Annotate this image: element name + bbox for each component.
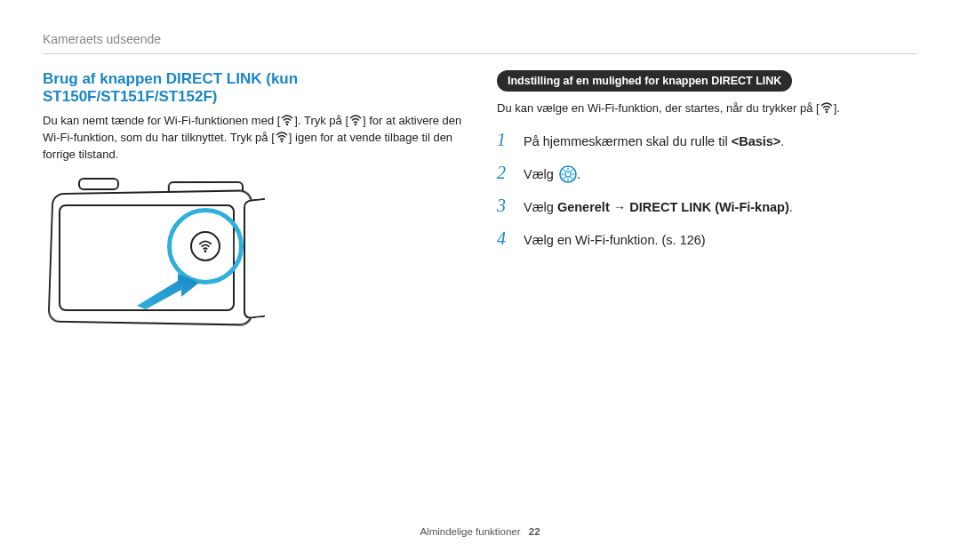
svg-point-0 (286, 124, 288, 125)
step-number: 1 (497, 130, 511, 150)
direct-link-button (190, 231, 220, 261)
wifi-icon (820, 100, 834, 115)
camera-grip (244, 197, 265, 319)
step-number: 3 (497, 196, 511, 216)
wifi-icon (275, 130, 289, 144)
text-segment: Du kan vælge en Wi-Fi-funktion, der star… (497, 101, 820, 115)
camera-shutter (78, 178, 119, 190)
step-text: På hjemmeskærmen skal du rulle til <Basi… (524, 134, 917, 148)
text-segment: ]. Tryk på [ (294, 114, 348, 127)
step-list: 1 På hjemmeskærmen skal du rulle til <Ba… (497, 130, 917, 249)
step-3: 3 Vælg Generelt → DIRECT LINK (Wi-Fi-kna… (497, 196, 917, 216)
step-number: 2 (497, 163, 511, 183)
left-column: Brug af knappen DIRECT LINK (kun ST150F/… (43, 70, 463, 345)
text-segment: . (780, 134, 784, 148)
svg-point-1 (355, 124, 356, 125)
footer-label: Almindelige funktioner (420, 526, 520, 537)
subsection-pill: Indstilling af en mulighed for knappen D… (497, 70, 792, 92)
step-1: 1 På hjemmeskærmen skal du rulle til <Ba… (497, 130, 917, 150)
step-2: 2 Vælg . (497, 163, 917, 183)
text-segment: Vælg en Wi-Fi-funktion. (s. 126) (524, 233, 706, 247)
svg-point-7 (565, 172, 571, 177)
right-intro: Du kan vælge en Wi-Fi-funktion, der star… (497, 100, 917, 117)
svg-line-13 (571, 177, 572, 179)
text-segment: Du kan nemt tænde for Wi-Fi-funktionen m… (43, 114, 280, 127)
svg-marker-4 (137, 274, 199, 309)
step-4: 4 Vælg en Wi-Fi-funktion. (s. 126) (497, 228, 917, 249)
step-text: Vælg en Wi-Fi-funktion. (s. 126) (524, 233, 917, 247)
svg-point-5 (826, 111, 828, 113)
page-footer: Almindelige funktioner 22 (0, 526, 960, 537)
gear-icon (559, 165, 577, 183)
wifi-icon (348, 113, 363, 127)
bold-text: <Basis> (732, 134, 781, 148)
text-segment: . (789, 200, 793, 214)
breadcrumb: Kameraets udseende (43, 32, 917, 46)
step-text: Vælg . (524, 165, 917, 183)
wifi-icon (280, 113, 294, 127)
wifi-icon (197, 238, 213, 254)
section-title: Brug af knappen DIRECT LINK (kun ST150F/… (43, 70, 463, 106)
text-segment: På hjemmeskærmen skal du rulle til (524, 134, 732, 148)
two-column-layout: Brug af knappen DIRECT LINK (kun ST150F/… (43, 70, 917, 345)
pointer-arrow-icon (137, 274, 201, 309)
text-segment: ]. (834, 101, 840, 115)
bold-text: Generelt → DIRECT LINK (Wi-Fi-knap) (557, 200, 789, 214)
svg-line-12 (564, 170, 565, 172)
step-number: 4 (497, 228, 511, 249)
camera-illustration (43, 176, 274, 345)
text-segment: . (577, 167, 580, 181)
intro-paragraph: Du kan nemt tænde for Wi-Fi-funktionen m… (43, 113, 463, 164)
svg-line-14 (564, 177, 565, 179)
step-text: Vælg Generelt → DIRECT LINK (Wi-Fi-knap)… (524, 200, 917, 214)
divider (43, 53, 917, 54)
svg-point-2 (281, 140, 283, 142)
right-column: Indstilling af en mulighed for knappen D… (497, 70, 917, 345)
text-segment: Vælg (524, 167, 557, 181)
svg-line-15 (571, 170, 572, 172)
manual-page: Kameraets udseende Brug af knappen DIREC… (0, 0, 960, 345)
page-number: 22 (529, 526, 540, 537)
text-segment: Vælg (524, 200, 557, 214)
svg-point-3 (204, 250, 207, 252)
